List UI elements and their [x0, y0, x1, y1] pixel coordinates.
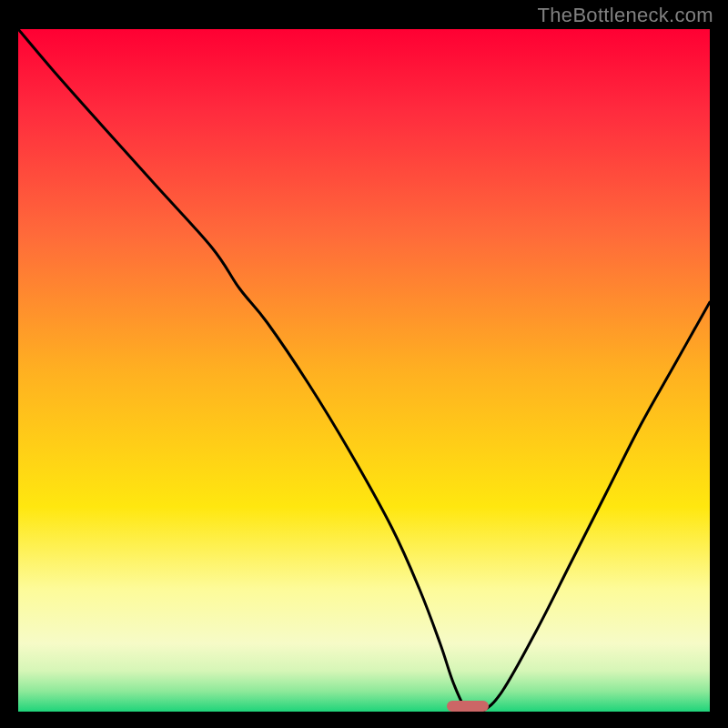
bottleneck-chart [18, 29, 710, 712]
gradient-background [18, 29, 710, 712]
optimal-marker [447, 701, 489, 712]
plot-area [18, 29, 710, 712]
chart-frame: TheBottleneck.com [0, 0, 728, 728]
watermark-text: TheBottleneck.com [538, 4, 713, 27]
